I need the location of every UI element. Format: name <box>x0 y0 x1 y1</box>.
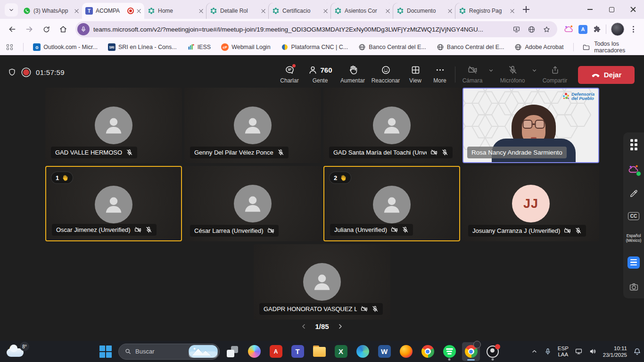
tray-expand-button[interactable] <box>531 348 538 355</box>
leave-meeting-button[interactable]: Dejar <box>578 66 635 84</box>
bookmark-adobe[interactable]: Adobe Acrobat <box>514 43 563 51</box>
translate-extension-icon[interactable]: A <box>578 25 587 34</box>
tab-close-icon[interactable] <box>448 9 452 13</box>
weather-widget-button[interactable] <box>628 164 639 175</box>
captions-button[interactable]: CC <box>628 212 639 220</box>
screenshot-button[interactable] <box>629 282 639 292</box>
copilot-button[interactable] <box>245 342 263 361</box>
camera-options-chevron[interactable] <box>487 61 495 74</box>
caption-language[interactable]: Español(México) <box>626 233 642 243</box>
bookmark-cnc[interactable]: Plataforma CNC | C... <box>281 43 348 51</box>
tab-close-icon[interactable] <box>510 9 514 13</box>
task-view-icon <box>227 346 238 357</box>
bookmark-sri[interactable]: SRI SRI en Línea - Cons... <box>108 43 177 51</box>
excel-button[interactable]: X <box>332 342 350 361</box>
participant-tile[interactable]: 1 Oscar Jimenez (Unverified) <box>45 166 182 241</box>
word-button[interactable]: W <box>375 342 393 361</box>
tab-close-icon[interactable] <box>137 9 141 13</box>
tray-volume-button[interactable] <box>589 347 597 355</box>
people-button[interactable]: 760 Gente <box>303 61 337 84</box>
all-bookmarks[interactable]: Todos los marcadores <box>569 41 637 54</box>
window-minimize-button[interactable] <box>579 0 601 19</box>
tab-close-icon[interactable] <box>199 9 203 13</box>
tab-teams-meeting[interactable]: T ACOMPA <box>82 3 144 19</box>
teams-app-button[interactable]: T <box>289 342 306 361</box>
chrome-active-button[interactable] <box>462 342 480 361</box>
participant-tile[interactable]: GAD VALLE HERMOSO <box>45 88 182 163</box>
new-tab-button[interactable] <box>520 4 532 15</box>
obs-button[interactable] <box>484 342 502 361</box>
weather-extension-icon[interactable] <box>564 25 574 34</box>
gallery-pager: 1/85 <box>0 322 644 330</box>
tab-search-button[interactable] <box>5 3 18 16</box>
participant-tile[interactable]: JJ Josuany Carranza J (Unverified) <box>462 166 599 241</box>
more-button[interactable]: More <box>428 61 452 84</box>
react-button[interactable]: Reaccionar <box>368 61 403 84</box>
tray-mic-button[interactable] <box>544 348 552 355</box>
window-close-button[interactable] <box>622 0 644 19</box>
bookmark-outlook[interactable]: o Outlook.com - Micr... <box>33 43 98 51</box>
tab-close-icon[interactable] <box>323 9 328 13</box>
install-app-button[interactable] <box>510 23 522 35</box>
notification-bell-button[interactable] <box>633 347 641 355</box>
adobe-acrobat-button[interactable]: A <box>267 342 285 361</box>
mic-button[interactable]: Micrófono <box>495 61 530 84</box>
bookmark-iess[interactable]: IESS <box>187 43 211 51</box>
highlighter-button[interactable] <box>629 189 639 198</box>
tab-close-icon[interactable] <box>261 9 265 13</box>
address-bar[interactable]: teams.microsoft.com/v2/?meetingjoin=true… <box>75 21 557 37</box>
extensions-puzzle-icon[interactable] <box>592 25 601 34</box>
view-button[interactable]: View <box>403 61 428 84</box>
tab-detalle-rol[interactable]: Detalle Rol <box>206 3 269 19</box>
participant-tile-active-speaker[interactable]: Defensoría del Pueblo Rosa Nancy Andrade… <box>462 88 599 163</box>
mic-options-chevron[interactable] <box>530 61 538 74</box>
participant-tile[interactable]: Genny Del Pilar Vélez Ponce <box>184 88 321 163</box>
start-button[interactable] <box>97 342 115 361</box>
participant-tile[interactable]: César Larrea (Unverified) <box>184 166 321 241</box>
apps-grid-button[interactable] <box>630 139 637 150</box>
home-button[interactable] <box>56 22 71 37</box>
taskbar-search[interactable]: Buscar <box>118 344 220 360</box>
taskbar-clock[interactable]: 10:1123/1/2025 <box>603 345 627 358</box>
tab-documento[interactable]: Documento <box>393 3 455 19</box>
tab-certificacion[interactable]: Certificacio <box>269 3 331 19</box>
spotify-button[interactable] <box>440 342 458 361</box>
tab-whatsapp[interactable]: (3) WhatsApp <box>20 3 82 19</box>
participant-tile[interactable]: GAD Santa María del Toachi (Unverifi... <box>323 88 460 163</box>
bookmark-webmail[interactable]: cP Webmail Login <box>221 43 270 51</box>
apps-grid-icon[interactable] <box>7 44 13 50</box>
firefox-button[interactable] <box>397 342 415 361</box>
reload-button[interactable] <box>39 22 54 37</box>
taskbar-weather-widget[interactable]: 8° <box>6 342 39 361</box>
task-view-button[interactable] <box>223 342 241 361</box>
tab-registro-pagos[interactable]: Registro Pag <box>455 3 518 19</box>
participant-tile[interactable]: 2 Juliana (Unverified) <box>323 166 460 241</box>
edge-button[interactable] <box>354 342 372 361</box>
bookmark-star-button[interactable] <box>540 23 553 35</box>
chrome-button[interactable] <box>419 342 437 361</box>
bookmark-banco-central-1[interactable]: Banco Central del E... <box>358 43 426 51</box>
share-button[interactable]: Compartir <box>538 61 571 84</box>
forward-button[interactable] <box>22 22 37 37</box>
back-button[interactable] <box>5 22 20 37</box>
chat-button[interactable]: Charlar <box>276 61 303 84</box>
raise-hand-button[interactable]: Aumentar <box>337 61 368 84</box>
browser-menu-icon[interactable] <box>629 26 637 33</box>
tab-asientos[interactable]: Asientos Cor <box>331 3 393 19</box>
file-explorer-button[interactable] <box>310 342 328 361</box>
next-page-button[interactable] <box>337 323 344 330</box>
tab-close-icon[interactable] <box>74 9 79 13</box>
bookmark-banco-central-2[interactable]: Banco Central del E... <box>437 43 504 51</box>
profile-avatar[interactable] <box>611 23 624 36</box>
window-restore-button[interactable] <box>601 0 622 19</box>
tab-close-icon[interactable] <box>386 9 390 13</box>
mic-in-use-icon[interactable] <box>77 23 90 35</box>
translate-page-button[interactable] <box>525 23 537 35</box>
transcript-button[interactable] <box>627 256 640 269</box>
participant-tile[interactable]: GADPR HONORATO VASQUEZ LIC. VI... <box>254 244 390 320</box>
tab-home[interactable]: Home <box>144 3 206 19</box>
previous-page-button[interactable] <box>300 323 307 330</box>
tray-display-button[interactable] <box>575 347 583 355</box>
camera-button[interactable]: Cámara <box>458 61 487 84</box>
input-language-button[interactable]: ESPLAA <box>558 346 569 358</box>
